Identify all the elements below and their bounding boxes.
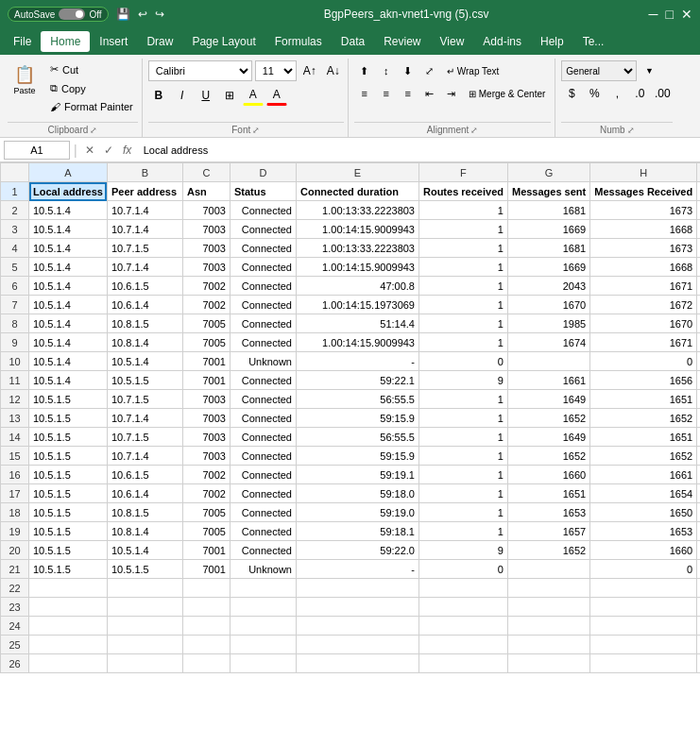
cell-B23[interactable] <box>107 598 182 617</box>
cell-D17[interactable]: Connected <box>230 484 296 503</box>
cell-D18[interactable]: Connected <box>230 503 296 522</box>
cell-H22[interactable] <box>590 579 697 598</box>
cell-C3[interactable]: 7003 <box>182 220 230 239</box>
cell-D10[interactable]: Unknown <box>230 352 296 371</box>
cell-H1[interactable]: Messages Received <box>590 182 697 201</box>
function-btn[interactable]: fx <box>119 142 136 159</box>
cell-C26[interactable] <box>182 654 230 673</box>
row-header-9[interactable]: 9 <box>1 333 29 352</box>
menu-formulas[interactable]: Formulas <box>265 31 332 52</box>
cell-C10[interactable]: 7001 <box>182 352 230 371</box>
cell-B9[interactable]: 10.8.1.4 <box>107 333 182 352</box>
cell-A5[interactable]: 10.5.1.4 <box>29 258 108 277</box>
cell-G7[interactable]: 1670 <box>507 296 589 314</box>
border-button[interactable]: ⊞ <box>219 85 240 106</box>
row-header-10[interactable]: 10 <box>1 352 29 371</box>
cell-D25[interactable] <box>230 636 296 654</box>
number-expand-icon[interactable]: ⤢ <box>627 126 635 135</box>
cell-F6[interactable]: 1 <box>418 277 507 296</box>
cell-B11[interactable]: 10.5.1.5 <box>107 371 182 390</box>
cell-B20[interactable]: 10.5.1.4 <box>107 541 182 560</box>
cell-G13[interactable]: 1652 <box>507 409 589 428</box>
cell-C9[interactable]: 7005 <box>182 333 230 352</box>
cell-F21[interactable]: 0 <box>418 560 507 579</box>
cell-H25[interactable] <box>590 636 697 654</box>
cell-F8[interactable]: 1 <box>418 314 507 333</box>
name-box[interactable] <box>4 141 70 160</box>
cell-E7[interactable]: 1.00:14:15.1973069 <box>296 296 418 314</box>
format-painter-button[interactable]: 🖌 Format Painter <box>45 98 138 115</box>
cell-F5[interactable]: 1 <box>418 258 507 277</box>
cell-C19[interactable]: 7005 <box>182 522 230 541</box>
cell-F16[interactable]: 1 <box>418 466 507 484</box>
cell-C4[interactable]: 7003 <box>182 239 230 258</box>
cell-A24[interactable] <box>29 617 108 636</box>
cell-F13[interactable]: 1 <box>418 409 507 428</box>
minimize-icon[interactable]: ─ <box>649 7 658 22</box>
cell-G15[interactable]: 1652 <box>507 447 589 466</box>
row-header-25[interactable]: 25 <box>1 636 29 654</box>
cell-G4[interactable]: 1681 <box>507 239 589 258</box>
row-header-5[interactable]: 5 <box>1 258 29 277</box>
cell-A7[interactable]: 10.5.1.4 <box>29 296 108 314</box>
number-format-select[interactable]: General <box>561 60 637 81</box>
menu-review[interactable]: Review <box>374 31 430 52</box>
cell-D2[interactable]: Connected <box>230 201 296 220</box>
menu-file[interactable]: File <box>4 31 41 52</box>
cell-A17[interactable]: 10.5.1.5 <box>29 484 108 503</box>
fill-color-button[interactable]: A <box>243 85 264 106</box>
cell-H3[interactable]: 1668 <box>590 220 697 239</box>
col-header-b[interactable]: B <box>107 163 182 182</box>
cell-D1[interactable]: Status <box>230 182 296 201</box>
cell-E1[interactable]: Connected duration <box>296 182 418 201</box>
align-center-btn[interactable]: ≡ <box>376 83 397 104</box>
cell-B19[interactable]: 10.8.1.4 <box>107 522 182 541</box>
cell-H8[interactable]: 1670 <box>590 314 697 333</box>
cell-H16[interactable]: 1661 <box>590 466 697 484</box>
cell-D22[interactable] <box>230 579 296 598</box>
cell-D7[interactable]: Connected <box>230 296 296 314</box>
cell-B8[interactable]: 10.8.1.5 <box>107 314 182 333</box>
cell-G17[interactable]: 1651 <box>507 484 589 503</box>
cell-E14[interactable]: 56:55.5 <box>296 428 418 447</box>
cell-H2[interactable]: 1673 <box>590 201 697 220</box>
cell-H7[interactable]: 1672 <box>590 296 697 314</box>
cell-F18[interactable]: 1 <box>418 503 507 522</box>
cut-button[interactable]: ✂ Cut <box>45 60 138 78</box>
cell-C2[interactable]: 7003 <box>182 201 230 220</box>
row-header-21[interactable]: 21 <box>1 560 29 579</box>
cell-H4[interactable]: 1673 <box>590 239 697 258</box>
cell-E19[interactable]: 59:18.1 <box>296 522 418 541</box>
font-expand-icon[interactable]: ⤢ <box>252 126 260 135</box>
cell-B10[interactable]: 10.5.1.4 <box>107 352 182 371</box>
cell-E9[interactable]: 1.00:14:15.9009943 <box>296 333 418 352</box>
cell-D3[interactable]: Connected <box>230 220 296 239</box>
cell-B16[interactable]: 10.6.1.5 <box>107 466 182 484</box>
cell-F23[interactable] <box>418 598 507 617</box>
cell-D11[interactable]: Connected <box>230 371 296 390</box>
cell-G8[interactable]: 1985 <box>507 314 589 333</box>
cell-B14[interactable]: 10.7.1.5 <box>107 428 182 447</box>
cell-C21[interactable]: 7001 <box>182 560 230 579</box>
cell-H15[interactable]: 1652 <box>590 447 697 466</box>
cell-G22[interactable] <box>507 579 589 598</box>
cell-B7[interactable]: 10.6.1.4 <box>107 296 182 314</box>
cell-C20[interactable]: 7001 <box>182 541 230 560</box>
row-header-13[interactable]: 13 <box>1 409 29 428</box>
decrease-decimal-btn[interactable]: .0 <box>629 83 650 104</box>
cell-E12[interactable]: 56:55.5 <box>296 390 418 409</box>
increase-indent-btn[interactable]: ⇥ <box>441 83 462 104</box>
cell-C13[interactable]: 7003 <box>182 409 230 428</box>
cell-H11[interactable]: 1656 <box>590 371 697 390</box>
cell-B13[interactable]: 10.7.1.4 <box>107 409 182 428</box>
save-icon[interactable]: 💾 <box>116 8 130 21</box>
cell-G1[interactable]: Messages sent <box>507 182 589 201</box>
decrease-indent-btn[interactable]: ⇤ <box>419 83 440 104</box>
cell-B12[interactable]: 10.7.1.5 <box>107 390 182 409</box>
wrap-text-button[interactable]: ↵ Wrap Text <box>441 60 505 81</box>
cell-G5[interactable]: 1669 <box>507 258 589 277</box>
cell-E4[interactable]: 1.00:13:33.2223803 <box>296 239 418 258</box>
spreadsheet-container[interactable]: A B C D E F G H I 1Local addressPeer add… <box>0 162 700 726</box>
cell-C25[interactable] <box>182 636 230 654</box>
row-header-26[interactable]: 26 <box>1 654 29 673</box>
